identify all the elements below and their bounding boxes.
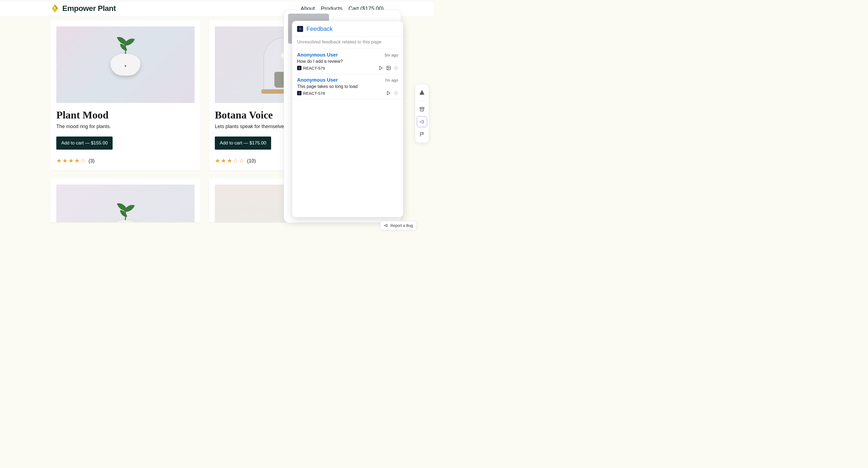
feedback-time: 5m ago [384,53,398,57]
megaphone-icon [419,119,425,125]
product-image [56,27,194,103]
product-card [50,178,200,222]
flag-icon [419,132,425,137]
react-icon: ⚛ [297,26,303,32]
play-icon[interactable] [378,66,383,70]
feedback-message: How do I add a review? [297,59,398,64]
react-icon: ⚛ [297,91,302,95]
brand[interactable]: Empower Plant [50,4,116,13]
feedback-panel: ⚛ Feedback Unresolved feedback related t… [292,21,403,218]
stars-icon: ★★★★☆ [56,157,86,164]
feedback-tag-label: REACT-578 [303,91,325,96]
megaphone-icon [384,223,389,228]
product-card: Plant Mood The mood ring for plants. Add… [50,21,200,170]
feedback-time: 7m ago [384,78,398,82]
rating-count: (10) [247,158,256,164]
feedback-header: ⚛ Feedback [292,21,403,36]
sentry-icon [419,90,425,95]
svg-rect-3 [420,109,424,111]
product-description: The mood ring for plants. [56,124,194,129]
report-bug-button[interactable]: Report a Bug [380,221,417,230]
feedback-title[interactable]: Feedback [306,25,333,33]
image-icon[interactable] [386,66,391,70]
report-bug-label: Report a Bug [391,223,413,228]
product-image [56,185,194,222]
toolbar-archive-button[interactable] [417,104,427,115]
status-dot[interactable] [394,91,398,95]
feedback-user: Anonymous User [297,77,338,83]
add-to-cart-button[interactable]: Add to cart — $155.00 [56,136,113,149]
react-icon: ⚛ [297,66,302,70]
feedback-tag[interactable]: ⚛ REACT-579 [297,66,325,70]
brand-logo-icon [50,4,60,13]
play-icon[interactable] [386,91,391,96]
product-rating: ★★★★☆ (3) [56,157,194,164]
product-title: Plant Mood [56,109,194,121]
dev-toolbar [415,84,429,143]
feedback-tag-label: REACT-579 [303,66,325,70]
toolbar-sentry-button[interactable] [417,87,427,98]
toolbar-feedback-button[interactable] [417,116,427,127]
feedback-message: This page takes so long to load [297,84,398,89]
rating-count: (3) [89,158,95,164]
feedback-user: Anonymous User [297,52,338,58]
archive-icon [419,106,425,112]
feedback-item[interactable]: Anonymous User 7m ago This page takes so… [292,74,403,99]
toolbar-flag-button[interactable] [417,129,427,140]
status-dot[interactable] [394,66,398,70]
brand-name: Empower Plant [62,4,116,13]
svg-point-1 [388,67,389,68]
feedback-subtitle: Unresolved feedback related to this page [292,36,403,49]
feedback-tag[interactable]: ⚛ REACT-578 [297,91,325,96]
feedback-item[interactable]: Anonymous User 5m ago How do I add a rev… [292,49,403,74]
add-to-cart-button[interactable]: Add to cart — $175.00 [215,136,271,149]
divider [418,101,426,101]
stars-icon: ★★★☆☆ [215,157,245,164]
